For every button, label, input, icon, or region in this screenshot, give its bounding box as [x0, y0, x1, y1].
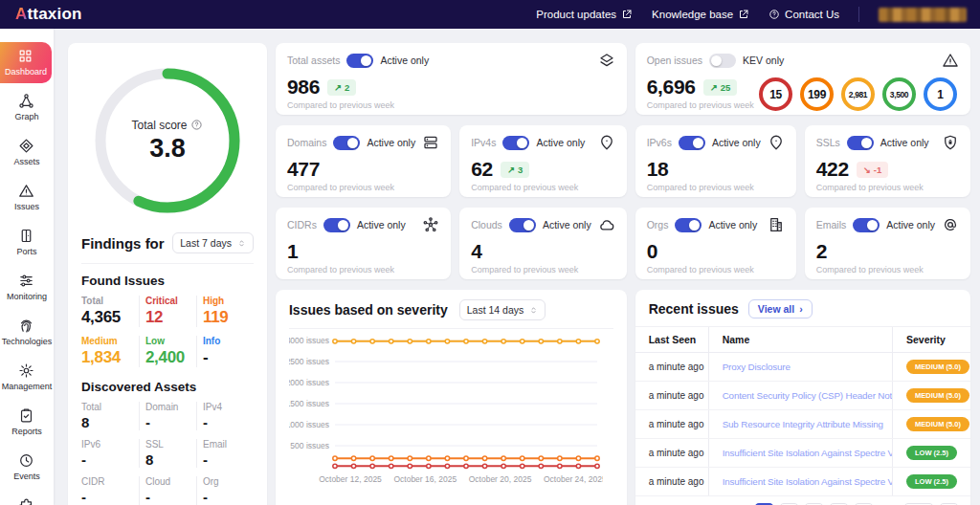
product-updates-link[interactable]: Product updates: [536, 9, 633, 20]
issues-table-body: a minute ago Proxy Disclosure MEDIUM (5.…: [635, 353, 970, 496]
logo-letter: A: [15, 5, 27, 24]
stat-label: Critical: [145, 296, 190, 306]
toggle-knob: [711, 55, 722, 66]
severity-ring-high: 199: [800, 77, 834, 111]
stat-value: -: [203, 451, 248, 468]
sidebar-item-ports[interactable]: Ports: [0, 222, 54, 263]
found-issues-grid: Total 4,365Critical 12High 119Medium 1,8…: [81, 296, 254, 367]
discovered-asset-email: Email -: [196, 439, 254, 468]
stat-label: Domain: [145, 402, 190, 412]
top-navbar: Attaxion Product updates Knowledge base …: [0, 0, 980, 29]
stat-card-note: Compared to previous week: [816, 183, 959, 192]
sidebar-item-integrations[interactable]: Integrations: [0, 492, 54, 505]
stat-label: Total: [81, 296, 133, 306]
stat-value: -: [203, 414, 248, 430]
domains-toggle[interactable]: [333, 136, 360, 150]
stat-card-value: 4: [471, 240, 481, 263]
graph-icon: [18, 93, 34, 109]
stat-value: -: [145, 489, 190, 505]
total-assets-toggle[interactable]: [346, 54, 373, 68]
toggle-knob: [523, 220, 534, 231]
stat-card-label: Domains: [287, 137, 326, 148]
door-icon: [18, 228, 34, 244]
question-circle-icon[interactable]: [190, 119, 203, 131]
stat-card-label: SSLs: [816, 137, 840, 148]
external-link-icon: [738, 9, 749, 20]
ipv4s-toggle[interactable]: [502, 136, 529, 150]
stat-value: 8: [145, 451, 190, 468]
stat-card-note: Compared to previous week: [647, 183, 785, 192]
stat-card-label: CIDRs: [287, 219, 317, 231]
discovered-asset-ipv4: IPv4 -: [196, 402, 254, 430]
pagination: 1 - 5 / 6696 ‹12345…1340›: [635, 496, 970, 505]
cidrs-card: CIDRs Active only 1 Compared to previous…: [276, 208, 451, 279]
table-row: a minute ago Insufficient Site Isolation…: [635, 439, 970, 468]
sidebar-item-label: Events: [13, 472, 40, 481]
issue-link[interactable]: Insufficient Site Isolation Against Spec…: [708, 468, 892, 495]
severity-ring-low: 3,500: [882, 77, 916, 111]
sidebar-item-label: Assets: [13, 157, 39, 166]
layers-icon: [598, 52, 615, 69]
chart-range-select[interactable]: Last 14 days: [459, 299, 546, 320]
stat-card-label: Clouds: [471, 219, 502, 231]
issue-link[interactable]: Proxy Disclosure: [708, 353, 892, 381]
issue-link[interactable]: Insufficient Site Isolation Against Spec…: [708, 439, 892, 467]
contact-us-button[interactable]: Contact Us: [768, 9, 839, 20]
sidebar-item-dashboard[interactable]: Dashboard: [0, 42, 52, 83]
knowledge-base-link[interactable]: Knowledge base: [652, 9, 749, 20]
ssls-toggle[interactable]: [847, 136, 874, 150]
toggle-label: Active only: [380, 55, 429, 66]
main-content: Total score 3.8 Findings for Last 7 days…: [54, 29, 980, 505]
severity-cell: LOW (2.5): [892, 439, 970, 467]
toggle-knob: [347, 138, 358, 148]
orgs-toggle[interactable]: [675, 218, 702, 232]
sidebar-item-assets[interactable]: Assets: [0, 132, 54, 173]
stat-card-value: 2: [816, 240, 827, 263]
select-caret-icon: [237, 239, 246, 248]
toggle-label: KEV only: [743, 55, 784, 66]
stat-value: 2,400: [145, 348, 190, 367]
history-clock-icon: [18, 452, 34, 469]
discovered-asset-org: Org -: [196, 476, 254, 505]
stat-card-value: 18: [647, 158, 669, 181]
sidebar-item-events[interactable]: Events: [0, 447, 54, 488]
severity-cell: LOW (2.5): [892, 468, 970, 495]
findings-range-select[interactable]: Last 7 days: [172, 232, 254, 253]
ipv6s-toggle[interactable]: [679, 136, 705, 150]
clouds-toggle[interactable]: [509, 218, 536, 232]
external-link-icon: [621, 9, 633, 20]
fingerprint-icon: [18, 318, 34, 334]
sidebar-item-reports[interactable]: Reports: [0, 402, 54, 443]
attaxion-logo[interactable]: Attaxion: [15, 5, 82, 24]
last-seen-cell: a minute ago: [635, 439, 708, 467]
stat-card-note: Compared to previous week: [816, 265, 959, 274]
sidebar-item-monitoring[interactable]: Monitoring: [0, 267, 54, 308]
emails-toggle[interactable]: [853, 218, 880, 232]
svg-text:October 24, 2025: October 24, 2025: [544, 474, 603, 484]
open-issues-toggle[interactable]: [709, 54, 736, 68]
view-all-button[interactable]: View all ›: [748, 299, 813, 318]
dashboard-icon: [17, 48, 33, 64]
discovered-assets-grid: Total 8Domain -IPv4 -IPv6 -SSL 8Email -C…: [81, 402, 254, 505]
sidebar-item-graph[interactable]: Graph: [0, 87, 54, 128]
stat-card-note: Compared to previous week: [471, 265, 614, 274]
sidebar-item-issues[interactable]: Issues: [0, 177, 54, 218]
server-icon: [422, 134, 439, 151]
severity-cell: MEDIUM (5.0): [892, 382, 970, 409]
sidebar-item-technologies[interactable]: Technologies: [0, 312, 54, 353]
svg-text:October 16, 2025: October 16, 2025: [393, 474, 457, 484]
sliders-icon: [18, 273, 34, 289]
stat-value: 119: [203, 308, 248, 327]
total-score-card: Total score 3.8 Findings for Last 7 days…: [68, 43, 267, 505]
stat-card-value: 422: [816, 158, 849, 181]
issue-link[interactable]: Sub Resource Integrity Attribute Missing: [708, 410, 892, 438]
last-seen-cell: a minute ago: [635, 468, 708, 495]
sidebar-item-management[interactable]: Management: [0, 357, 54, 398]
cidrs-toggle[interactable]: [323, 218, 350, 232]
stat-label: Medium: [81, 336, 133, 346]
stat-card-value: 986: [287, 76, 320, 99]
recent-issues-title: Recent issues: [649, 301, 739, 317]
issue-link[interactable]: Content Security Policy (CSP) Header Not…: [708, 382, 892, 409]
redacted-user-info[interactable]: [879, 8, 967, 22]
last-seen-cell: a minute ago: [635, 382, 708, 409]
